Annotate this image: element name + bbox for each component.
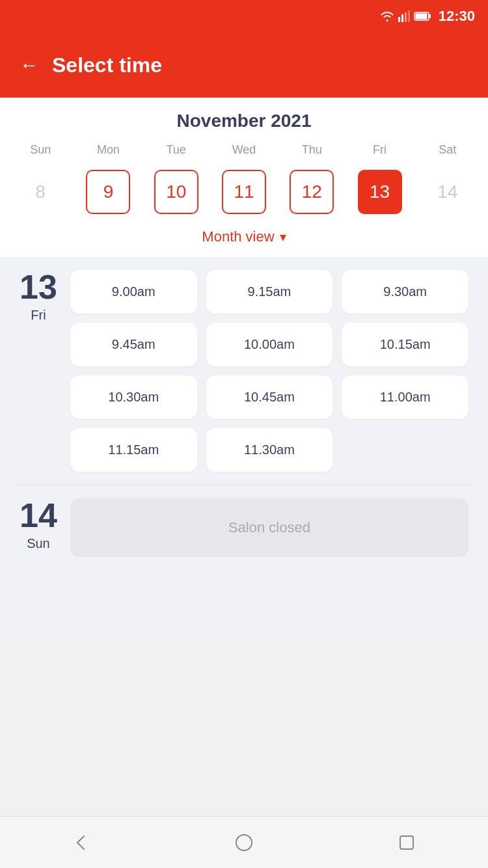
back-button[interactable]: ← (20, 54, 39, 76)
weekday-mon: Mon (74, 143, 142, 157)
day-14-content: 14 Sun Salon closed (20, 498, 468, 557)
time-slot-915[interactable]: 9.15am (206, 270, 333, 314)
weekday-sat: Sat (414, 143, 481, 157)
nav-home-button[interactable] (232, 831, 256, 854)
day-13-content: 13 Fri 9.00am 9.15am 9.30am 9.45am 10.00… (20, 270, 468, 472)
svg-rect-5 (429, 14, 431, 18)
day-13-label: 13 Fri (20, 270, 57, 323)
svg-point-7 (236, 835, 252, 850)
weekday-wed: Wed (210, 143, 278, 157)
back-nav-icon (71, 832, 92, 853)
status-icons (380, 10, 432, 22)
date-10: 10 (154, 170, 198, 214)
date-cell-11[interactable]: 11 (210, 167, 278, 217)
nav-back-button[interactable] (70, 831, 93, 854)
date-13: 13 (358, 170, 402, 214)
date-8: 8 (18, 170, 62, 214)
time-slot-1045[interactable]: 10.45am (206, 375, 333, 419)
day-name-fri: Fri (31, 308, 46, 323)
day-14-label: 14 Sun (20, 498, 57, 551)
status-time: 12:30 (439, 8, 475, 25)
svg-rect-2 (405, 12, 407, 22)
svg-rect-1 (401, 14, 403, 22)
time-slot-1100[interactable]: 11.00am (342, 375, 468, 419)
weekday-thu: Thu (278, 143, 346, 157)
svg-rect-3 (408, 10, 410, 22)
wifi-icon (380, 10, 394, 22)
date-cell-13[interactable]: 13 (346, 167, 413, 217)
svg-rect-0 (398, 17, 400, 22)
dates-row: 8 9 10 11 12 13 14 (7, 163, 481, 221)
time-slot-1115[interactable]: 11.15am (70, 428, 197, 472)
time-slot-1030[interactable]: 10.30am (70, 375, 197, 419)
date-cell-10[interactable]: 10 (142, 167, 210, 217)
day-number-14: 14 (20, 498, 57, 532)
battery-icon (414, 11, 432, 21)
recent-nav-icon (396, 832, 417, 853)
time-slot-1130[interactable]: 11.30am (206, 428, 333, 472)
slots-grid-13: 9.00am 9.15am 9.30am 9.45am 10.00am 10.1… (70, 270, 468, 472)
day-number-13: 13 (20, 270, 57, 304)
day-section-14: 14 Sun Salon closed (0, 485, 488, 570)
time-slot-945[interactable]: 9.45am (70, 323, 197, 366)
svg-rect-6 (415, 14, 427, 20)
day-section-13: 13 Fri 9.00am 9.15am 9.30am 9.45am 10.00… (0, 257, 488, 485)
home-nav-icon (234, 832, 254, 853)
nav-bar (0, 816, 488, 868)
date-cell-12[interactable]: 12 (278, 167, 346, 217)
nav-recent-button[interactable] (395, 831, 418, 854)
date-12: 12 (290, 170, 334, 214)
page-title: Select time (52, 53, 162, 77)
status-bar: 12:30 (0, 0, 488, 33)
signal-icon (398, 10, 410, 22)
weekdays-row: Sun Mon Tue Wed Thu Fri Sat (7, 143, 481, 157)
date-11: 11 (222, 170, 266, 214)
date-cell-14[interactable]: 14 (414, 167, 481, 217)
weekday-sun: Sun (7, 143, 74, 157)
weekday-fri: Fri (346, 143, 413, 157)
day-name-sun: Sun (27, 536, 50, 551)
svg-rect-8 (400, 836, 413, 849)
time-slot-1015[interactable]: 10.15am (342, 323, 468, 366)
calendar-section: November 2021 Sun Mon Tue Wed Thu Fri Sa… (0, 98, 488, 257)
time-slot-930[interactable]: 9.30am (342, 270, 468, 314)
time-slot-1000[interactable]: 10.00am (206, 323, 333, 366)
date-9: 9 (86, 170, 130, 214)
date-cell-8[interactable]: 8 (7, 167, 74, 217)
timeslots-section: 13 Fri 9.00am 9.15am 9.30am 9.45am 10.00… (0, 257, 488, 635)
month-view-toggle[interactable]: Month view ▾ (7, 221, 481, 251)
date-14: 14 (426, 170, 470, 214)
salon-closed: Salon closed (70, 498, 468, 557)
time-slot-900[interactable]: 9.00am (70, 270, 197, 314)
app-header: ← Select time (0, 33, 488, 98)
weekday-tue: Tue (142, 143, 210, 157)
chevron-down-icon: ▾ (280, 229, 286, 245)
date-cell-9[interactable]: 9 (74, 167, 142, 217)
month-view-label: Month view (202, 228, 274, 245)
month-year-title: November 2021 (7, 111, 481, 131)
